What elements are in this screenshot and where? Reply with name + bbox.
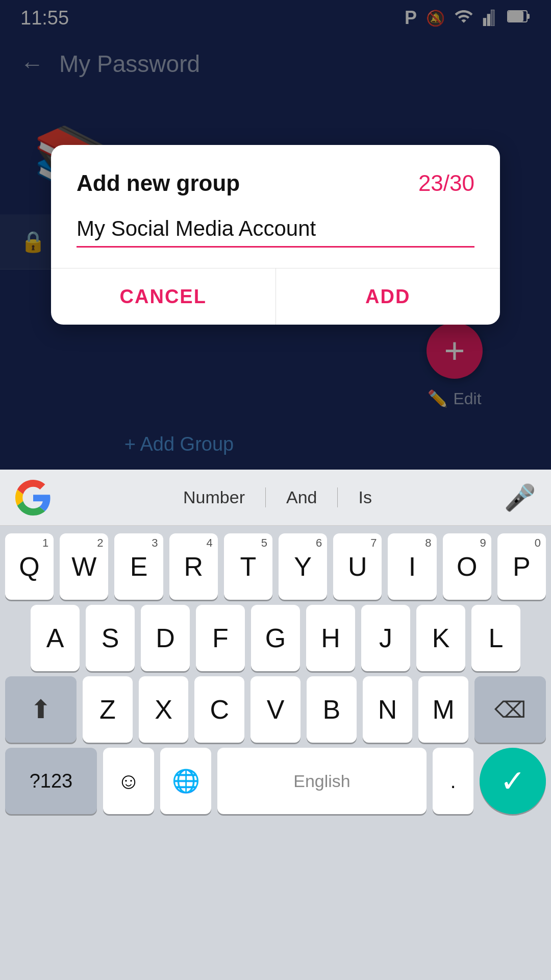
backspace-icon: ⌫ (494, 697, 526, 723)
suggestions-list: Number And Is (51, 487, 504, 507)
key-b[interactable]: B (307, 676, 357, 743)
key-k[interactable]: K (416, 605, 465, 671)
numbers-label: ?123 (30, 770, 73, 792)
keyboard: Number And Is 🎤 1Q 2W 3E 4R 5T 6Y 7U 8I … (0, 470, 551, 980)
shift-key[interactable]: ⬆ (5, 676, 77, 743)
emoji-icon: ☺ (117, 768, 140, 794)
key-rows: 1Q 2W 3E 4R 5T 6Y 7U 8I 9O 0P A S D F G … (0, 526, 551, 980)
group-name-input[interactable] (77, 216, 474, 248)
suggestion-number[interactable]: Number (163, 487, 266, 507)
key-row-4: ?123 ☺ 🌐 English . ✓ (5, 748, 546, 814)
key-w[interactable]: 2W (60, 533, 108, 600)
key-l[interactable]: L (471, 605, 520, 671)
key-i[interactable]: 8I (388, 533, 436, 600)
done-icon: ✓ (500, 763, 525, 799)
key-y[interactable]: 6Y (279, 533, 327, 600)
key-row-3: ⬆ Z X C V B N M ⌫ (5, 676, 546, 743)
key-m[interactable]: M (418, 676, 468, 743)
input-wrapper (77, 216, 474, 248)
key-a[interactable]: A (31, 605, 80, 671)
key-v[interactable]: V (251, 676, 300, 743)
space-key[interactable]: English (217, 748, 427, 814)
key-row-2: A S D F G H J K L (5, 605, 546, 671)
character-counter: 23/30 (418, 170, 474, 196)
key-x[interactable]: X (139, 676, 189, 743)
shift-icon: ⬆ (30, 695, 52, 724)
dialog-overlay: Add new group 23/30 CANCEL ADD (0, 0, 551, 470)
key-z[interactable]: Z (83, 676, 133, 743)
key-o[interactable]: 9O (443, 533, 491, 600)
microphone-icon[interactable]: 🎤 (504, 483, 536, 512)
key-row-1: 1Q 2W 3E 4R 5T 6Y 7U 8I 9O 0P (5, 533, 546, 600)
key-n[interactable]: N (363, 676, 413, 743)
numbers-key[interactable]: ?123 (5, 748, 97, 814)
key-r[interactable]: 4R (169, 533, 218, 600)
key-d[interactable]: D (141, 605, 190, 671)
period-label: . (450, 771, 456, 791)
key-p[interactable]: 0P (497, 533, 546, 600)
dialog-title: Add new group (77, 170, 240, 196)
key-s[interactable]: S (86, 605, 135, 671)
google-icon (15, 480, 51, 516)
key-j[interactable]: J (361, 605, 410, 671)
add-button[interactable]: ADD (276, 268, 500, 325)
suggestion-and[interactable]: And (266, 487, 338, 507)
emoji-key[interactable]: ☺ (103, 748, 154, 814)
done-key[interactable]: ✓ (480, 748, 546, 814)
key-c[interactable]: C (194, 676, 244, 743)
backspace-key[interactable]: ⌫ (474, 676, 546, 743)
dialog-buttons: CANCEL ADD (51, 268, 500, 325)
cancel-button[interactable]: CANCEL (51, 268, 276, 325)
key-e[interactable]: 3E (114, 533, 163, 600)
key-g[interactable]: G (251, 605, 300, 671)
key-u[interactable]: 7U (333, 533, 382, 600)
key-q[interactable]: 1Q (5, 533, 54, 600)
globe-icon: 🌐 (172, 768, 200, 794)
dialog-header: Add new group 23/30 (77, 170, 474, 196)
key-t[interactable]: 5T (224, 533, 272, 600)
suggestions-bar: Number And Is 🎤 (0, 470, 551, 526)
key-f[interactable]: F (196, 605, 245, 671)
period-key[interactable]: . (433, 748, 473, 814)
space-label: English (293, 771, 350, 791)
globe-key[interactable]: 🌐 (160, 748, 211, 814)
suggestion-is[interactable]: Is (338, 487, 392, 507)
add-group-dialog: Add new group 23/30 CANCEL ADD (51, 145, 500, 325)
key-h[interactable]: H (306, 605, 355, 671)
